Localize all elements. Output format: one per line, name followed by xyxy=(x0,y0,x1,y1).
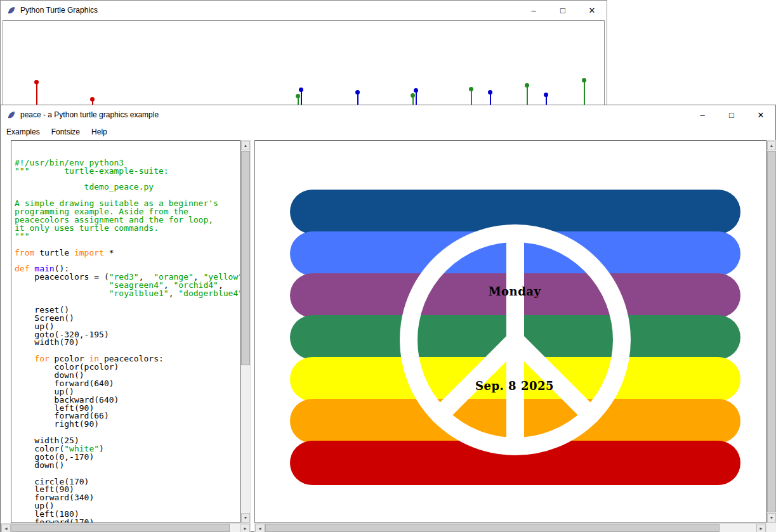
scroll-left-button[interactable]: ◄ xyxy=(1,524,11,532)
code-text: #!/usr/bin/env python3""" turtle-example… xyxy=(15,159,240,523)
code-horizontal-scrollbar[interactable]: ◄ ► xyxy=(1,523,251,532)
tk-feather-icon xyxy=(6,6,16,15)
turtle-figure-dot xyxy=(488,90,492,94)
scroll-down-icon: ▼ xyxy=(770,516,774,520)
canvas-label-date: Sep. 8 2025 xyxy=(475,379,554,393)
peace-symbol xyxy=(255,141,766,522)
code-viewer[interactable]: #!/usr/bin/env python3""" turtle-example… xyxy=(11,140,240,523)
bg-window-controls: – □ ✕ xyxy=(519,1,607,20)
scroll-right-button[interactable]: ► xyxy=(240,524,250,532)
bg-titlebar[interactable]: Python Turtle Graphics – □ ✕ xyxy=(1,1,607,20)
fg-window-controls: – □ ✕ xyxy=(688,105,775,124)
fg-maximize-button[interactable]: □ xyxy=(717,105,746,124)
fg-window-title: peace - a Python turtle graphics example xyxy=(20,110,159,119)
canvas-vscroll-thumb[interactable] xyxy=(767,151,776,512)
scroll-up-button[interactable]: ▲ xyxy=(241,141,250,150)
menu-item-help[interactable]: Help xyxy=(86,124,113,139)
scroll-down-button[interactable]: ▼ xyxy=(767,513,776,522)
scroll-right-button[interactable]: ► xyxy=(756,524,766,532)
scroll-left-button[interactable]: ◄ xyxy=(255,524,265,532)
turtle-figure-dot xyxy=(544,93,548,97)
fg-titlebar[interactable]: peace - a Python turtle graphics example… xyxy=(1,105,775,124)
close-icon: ✕ xyxy=(589,6,596,15)
scroll-left-icon: ◄ xyxy=(258,526,262,531)
turtle-figure-dot xyxy=(90,97,95,101)
fg-minimize-button[interactable]: – xyxy=(688,105,717,124)
scroll-right-icon: ► xyxy=(759,526,763,531)
turtle-canvas: Monday Sep. 8 2025 xyxy=(254,140,766,523)
scroll-left-icon: ◄ xyxy=(4,526,8,531)
code-hscroll-thumb[interactable] xyxy=(11,524,230,532)
scroll-up-icon: ▲ xyxy=(770,143,774,148)
canvas-horizontal-scrollbar[interactable]: ◄ ► xyxy=(254,523,766,532)
turtle-figure-dot xyxy=(296,94,300,98)
canvas-vertical-scrollbar[interactable]: ▲ ▼ xyxy=(766,140,776,523)
minimize-icon: – xyxy=(531,6,536,15)
scroll-down-button[interactable]: ▼ xyxy=(241,513,250,522)
bg-window-title: Python Turtle Graphics xyxy=(20,6,98,15)
canvas-hscroll-thumb[interactable] xyxy=(265,524,720,532)
turtle-figure-dot xyxy=(582,78,586,82)
scroll-down-icon: ▼ xyxy=(244,516,248,520)
maximize-icon: □ xyxy=(729,110,734,120)
canvas-label-monday: Monday xyxy=(489,285,541,298)
turtle-figure-dot xyxy=(414,88,418,93)
turtle-figure-dot xyxy=(355,90,360,94)
maximize-icon: □ xyxy=(560,6,565,15)
fg-close-button[interactable]: ✕ xyxy=(746,105,775,124)
menu-item-fontsize[interactable]: Fontsize xyxy=(46,124,86,139)
turtle-figure-dot xyxy=(525,83,529,88)
window-peace-demo: peace - a Python turtle graphics example… xyxy=(0,105,776,532)
turtle-figure-dot xyxy=(411,93,415,98)
bg-maximize-button[interactable]: □ xyxy=(548,1,577,20)
tk-feather-icon xyxy=(6,110,16,120)
scroll-up-button[interactable]: ▲ xyxy=(767,141,776,150)
turtle-figure-dot xyxy=(469,87,473,91)
bg-close-button[interactable]: ✕ xyxy=(577,1,607,20)
scroll-right-icon: ► xyxy=(243,526,247,531)
minimize-icon: – xyxy=(700,110,704,120)
menu-item-examples[interactable]: Examples xyxy=(1,124,46,139)
code-vertical-scrollbar[interactable]: ▲ ▼ xyxy=(240,140,251,523)
bg-minimize-button[interactable]: – xyxy=(519,1,548,20)
scroll-up-icon: ▲ xyxy=(244,143,248,148)
turtle-figure-dot xyxy=(34,80,39,84)
scrollbar-corner xyxy=(766,523,776,532)
close-icon: ✕ xyxy=(758,110,765,120)
turtle-figure-dot xyxy=(299,88,303,92)
code-vscroll-thumb[interactable] xyxy=(241,151,250,365)
menubar: ExamplesFontsizeHelp xyxy=(1,124,775,139)
